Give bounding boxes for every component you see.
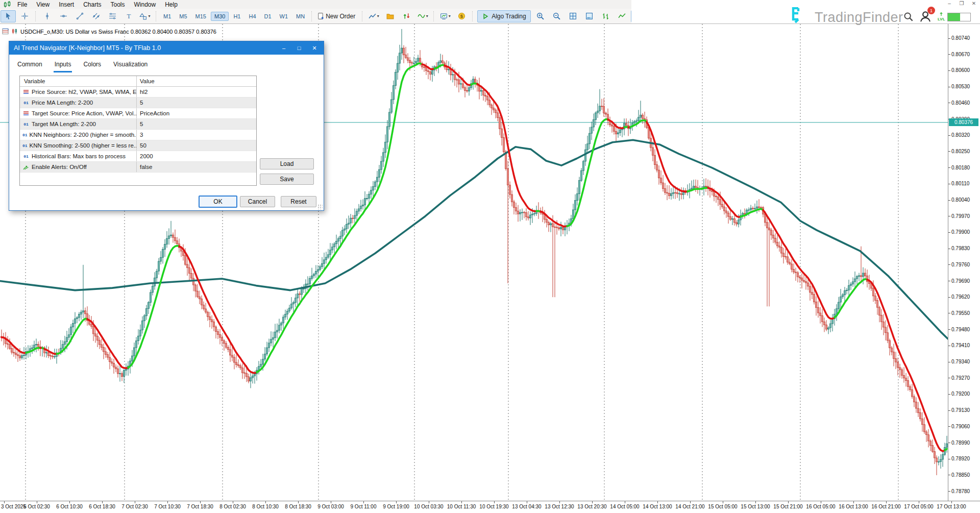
crosshair-button[interactable] xyxy=(17,10,32,22)
price-label: 0.79480 xyxy=(951,327,970,332)
play-icon xyxy=(482,13,489,20)
zoom-in-button[interactable] xyxy=(533,10,548,22)
param-row[interactable]: 01KNN Smoothing: 2-500 (higher = less re… xyxy=(20,140,256,151)
cancel-button[interactable]: Cancel xyxy=(240,196,275,207)
tab-visualization[interactable]: Visualization xyxy=(112,59,149,72)
price-label: 0.79900 xyxy=(951,229,970,235)
param-value[interactable]: false xyxy=(137,164,256,170)
brand-watermark: TradingFinder xyxy=(790,7,903,28)
price-axis[interactable]: 0.807400.806700.806000.805300.804600.803… xyxy=(948,23,980,501)
docked-panel-button[interactable] xyxy=(582,10,597,22)
chart-profile-button[interactable]: ▾ xyxy=(437,10,453,22)
param-value[interactable]: 5 xyxy=(137,100,256,106)
depth-of-market-icon[interactable] xyxy=(2,28,9,35)
load-button[interactable]: Load xyxy=(260,158,314,169)
numeric-param-icon: 01 xyxy=(22,133,28,137)
parameters-table: VariableValuePrice Source: hl2, VWAP, SM… xyxy=(19,76,257,186)
vline-button[interactable] xyxy=(39,10,55,22)
chart-type-button[interactable]: ▾ xyxy=(366,10,381,22)
dialog-maximize-button[interactable]: □ xyxy=(296,45,303,52)
param-row[interactable]: Price Source: hl2, VWAP, SMA, WMA, E...h… xyxy=(20,87,256,97)
channel-icon xyxy=(92,12,100,20)
trendline-button[interactable] xyxy=(72,10,87,22)
menu-item-window[interactable]: Window xyxy=(130,1,161,9)
dialog-minimize-button[interactable]: – xyxy=(280,45,287,52)
chart-type-icon xyxy=(369,12,376,20)
price-tick xyxy=(948,232,950,233)
one-click-trading-icon[interactable] xyxy=(11,28,18,35)
maximize-button[interactable]: ❐ xyxy=(959,1,965,6)
cursor-button[interactable] xyxy=(1,10,16,22)
ok-button[interactable]: OK xyxy=(199,196,237,208)
zoom-out-button[interactable] xyxy=(549,10,565,22)
param-value[interactable]: 3 xyxy=(137,132,256,138)
price-label: 0.80600 xyxy=(951,67,970,73)
hline-button[interactable] xyxy=(56,10,71,22)
fibonacci-button[interactable] xyxy=(105,10,120,22)
timeframe-m30-button[interactable]: M30 xyxy=(211,12,229,21)
time-label: 14 Oct 13:00 xyxy=(643,504,672,509)
profile-icon[interactable]: 1 xyxy=(919,10,932,22)
param-value[interactable]: 5 xyxy=(137,121,256,127)
search-icon[interactable] xyxy=(903,12,913,21)
reset-button[interactable]: Reset xyxy=(281,196,316,207)
algo-trading-button[interactable]: Algo Trading xyxy=(477,10,530,22)
param-row[interactable]: 01Target MA Length: 2-2005 xyxy=(20,119,256,130)
buy-sell-arrows-icon xyxy=(403,12,410,20)
time-tick xyxy=(788,501,789,503)
time-axis[interactable]: 3 Oct 20256 Oct 02:306 Oct 10:306 Oct 18… xyxy=(0,501,980,513)
folder-button[interactable] xyxy=(382,10,398,22)
price-tick xyxy=(948,200,950,201)
timeframe-h4-button[interactable]: H4 xyxy=(245,12,259,21)
menu-item-file[interactable]: File xyxy=(13,1,32,9)
tile-windows-button[interactable] xyxy=(566,10,581,22)
timeframe-m1-button[interactable]: M1 xyxy=(160,12,175,21)
param-value[interactable]: hl2 xyxy=(137,89,256,95)
time-label: 7 Oct 18:30 xyxy=(187,504,213,509)
param-value[interactable]: 2000 xyxy=(137,153,256,159)
tab-common[interactable]: Common xyxy=(16,59,43,72)
tab-inputs[interactable]: Inputs xyxy=(54,59,72,72)
shapes-button[interactable]: ▾ xyxy=(137,10,153,22)
line-chart-button[interactable] xyxy=(615,10,630,22)
channel-button[interactable] xyxy=(88,10,104,22)
save-button[interactable]: Save xyxy=(260,174,314,185)
param-row[interactable]: 01KNN Neighbors: 2-200 (higher = smooth.… xyxy=(20,130,256,140)
menu-item-help[interactable]: Help xyxy=(160,1,182,9)
tab-colors[interactable]: Colors xyxy=(82,59,102,72)
ohlc-bars-button[interactable] xyxy=(598,10,614,22)
dollar-button[interactable]: $ xyxy=(454,10,469,22)
buy-sell-arrows-button[interactable] xyxy=(399,10,414,22)
time-label: 17 Oct 05:00 xyxy=(904,504,933,509)
param-row[interactable]: Enable Alerts: On/Offfalse xyxy=(20,162,256,173)
timeframe-m5-button[interactable]: M5 xyxy=(176,12,190,21)
timeframe-d1-button[interactable]: D1 xyxy=(261,12,275,21)
flag-icon xyxy=(22,163,30,170)
timeframe-m15-button[interactable]: M15 xyxy=(192,12,210,21)
dialog-resize-grip[interactable] xyxy=(317,204,323,209)
timeframe-mn-button[interactable]: MN xyxy=(292,12,308,21)
text-tool-button[interactable]: T xyxy=(121,10,136,22)
indicator-wave-button[interactable]: ▾ xyxy=(415,10,430,22)
dialog-close-button[interactable]: ✕ xyxy=(311,45,318,52)
param-value[interactable]: PriceAction xyxy=(137,110,256,116)
menu-item-tools[interactable]: Tools xyxy=(106,1,130,9)
level-up-icon xyxy=(939,12,944,16)
menu-item-insert[interactable]: Insert xyxy=(54,1,79,9)
dialog-tabs: CommonInputsColorsVisualization xyxy=(16,59,149,72)
close-button[interactable]: ✕ xyxy=(971,1,977,6)
menu-item-view[interactable]: View xyxy=(32,1,54,9)
minimize-button[interactable]: – xyxy=(946,1,952,6)
timeframe-w1-button[interactable]: W1 xyxy=(276,12,292,21)
param-row[interactable]: 01Historical Bars: Max bars to process20… xyxy=(20,151,256,162)
algo-trading-label: Algo Trading xyxy=(492,13,526,20)
hline-icon xyxy=(60,12,67,20)
price-tick xyxy=(948,426,950,427)
menu-item-charts[interactable]: Charts xyxy=(79,1,106,9)
notification-badge[interactable]: 1 xyxy=(927,7,935,14)
param-row[interactable]: 01Price MA Length: 2-2005 xyxy=(20,97,256,108)
new-order-button[interactable]: New Order xyxy=(315,10,359,22)
param-value[interactable]: 50 xyxy=(137,142,256,149)
timeframe-h1-button[interactable]: H1 xyxy=(230,12,244,21)
param-row[interactable]: Target Source: Price Action, VWAP, Vol..… xyxy=(20,108,256,119)
